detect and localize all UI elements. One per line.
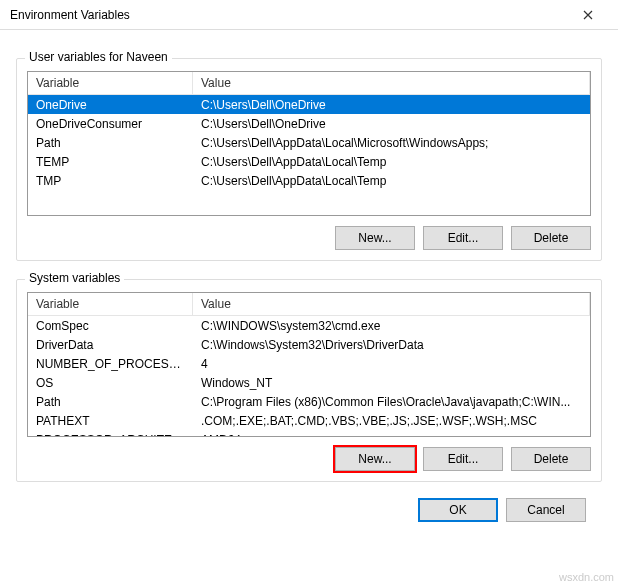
- table-row[interactable]: TMP C:\Users\Dell\AppData\Local\Temp: [28, 171, 590, 190]
- dialog-content: User variables for Naveen Variable Value…: [0, 30, 618, 534]
- cell-variable: OS: [28, 374, 193, 392]
- column-variable[interactable]: Variable: [28, 72, 193, 94]
- close-icon: [583, 10, 593, 20]
- table-row[interactable]: Path C:\Program Files (x86)\Common Files…: [28, 392, 590, 411]
- column-value[interactable]: Value: [193, 72, 590, 94]
- system-variables-group: System variables Variable Value ComSpec …: [16, 279, 602, 482]
- table-row[interactable]: DriverData C:\Windows\System32\Drivers\D…: [28, 335, 590, 354]
- cell-variable: OneDrive: [28, 96, 193, 114]
- cell-value: C:\Windows\System32\Drivers\DriverData: [193, 336, 590, 354]
- cell-value: C:\Users\Dell\AppData\Local\Microsoft\Wi…: [193, 134, 590, 152]
- titlebar: Environment Variables: [0, 0, 618, 30]
- user-buttons: New... Edit... Delete: [27, 226, 591, 250]
- system-variables-list[interactable]: Variable Value ComSpec C:\WINDOWS\system…: [27, 292, 591, 437]
- system-buttons: New... Edit... Delete: [27, 447, 591, 471]
- table-row[interactable]: Path C:\Users\Dell\AppData\Local\Microso…: [28, 133, 590, 152]
- cancel-button[interactable]: Cancel: [506, 498, 586, 522]
- watermark: wsxdn.com: [559, 571, 614, 583]
- table-row[interactable]: PATHEXT .COM;.EXE;.BAT;.CMD;.VBS;.VBE;.J…: [28, 411, 590, 430]
- cell-value: C:\Users\Dell\AppData\Local\Temp: [193, 153, 590, 171]
- cell-value: AMD64: [193, 431, 590, 438]
- table-row[interactable]: NUMBER_OF_PROCESSORS 4: [28, 354, 590, 373]
- window-title: Environment Variables: [10, 8, 568, 22]
- user-edit-button[interactable]: Edit...: [423, 226, 503, 250]
- cell-variable: ComSpec: [28, 317, 193, 335]
- cell-variable: PROCESSOR_ARCHITECTURE: [28, 431, 193, 438]
- dialog-buttons: OK Cancel: [16, 488, 602, 522]
- cell-variable: Path: [28, 134, 193, 152]
- table-row[interactable]: OS Windows_NT: [28, 373, 590, 392]
- system-delete-button[interactable]: Delete: [511, 447, 591, 471]
- table-row[interactable]: TEMP C:\Users\Dell\AppData\Local\Temp: [28, 152, 590, 171]
- system-variables-label: System variables: [25, 271, 124, 285]
- user-variables-group: User variables for Naveen Variable Value…: [16, 58, 602, 261]
- table-row[interactable]: ComSpec C:\WINDOWS\system32\cmd.exe: [28, 316, 590, 335]
- ok-button[interactable]: OK: [418, 498, 498, 522]
- cell-value: 4: [193, 355, 590, 373]
- cell-variable: Path: [28, 393, 193, 411]
- table-row[interactable]: OneDriveConsumer C:\Users\Dell\OneDrive: [28, 114, 590, 133]
- cell-value: C:\Program Files (x86)\Common Files\Orac…: [193, 393, 590, 411]
- cell-variable: OneDriveConsumer: [28, 115, 193, 133]
- cell-variable: TEMP: [28, 153, 193, 171]
- cell-value: C:\Users\Dell\OneDrive: [193, 96, 590, 114]
- list-header: Variable Value: [28, 293, 590, 316]
- cell-variable: NUMBER_OF_PROCESSORS: [28, 355, 193, 373]
- cell-value: .COM;.EXE;.BAT;.CMD;.VBS;.VBE;.JS;.JSE;.…: [193, 412, 590, 430]
- list-body: ComSpec C:\WINDOWS\system32\cmd.exe Driv…: [28, 316, 590, 437]
- user-delete-button[interactable]: Delete: [511, 226, 591, 250]
- cell-variable: PATHEXT: [28, 412, 193, 430]
- cell-value: C:\Users\Dell\OneDrive: [193, 115, 590, 133]
- system-edit-button[interactable]: Edit...: [423, 447, 503, 471]
- list-header: Variable Value: [28, 72, 590, 95]
- cell-value: C:\WINDOWS\system32\cmd.exe: [193, 317, 590, 335]
- column-variable[interactable]: Variable: [28, 293, 193, 315]
- user-new-button[interactable]: New...: [335, 226, 415, 250]
- user-variables-label: User variables for Naveen: [25, 50, 172, 64]
- cell-variable: DriverData: [28, 336, 193, 354]
- list-body: OneDrive C:\Users\Dell\OneDrive OneDrive…: [28, 95, 590, 190]
- cell-value: Windows_NT: [193, 374, 590, 392]
- table-row[interactable]: OneDrive C:\Users\Dell\OneDrive: [28, 95, 590, 114]
- user-variables-list[interactable]: Variable Value OneDrive C:\Users\Dell\On…: [27, 71, 591, 216]
- system-new-button[interactable]: New...: [335, 447, 415, 471]
- table-row[interactable]: PROCESSOR_ARCHITECTURE AMD64: [28, 430, 590, 437]
- cell-variable: TMP: [28, 172, 193, 190]
- column-value[interactable]: Value: [193, 293, 590, 315]
- cell-value: C:\Users\Dell\AppData\Local\Temp: [193, 172, 590, 190]
- close-button[interactable]: [568, 1, 608, 29]
